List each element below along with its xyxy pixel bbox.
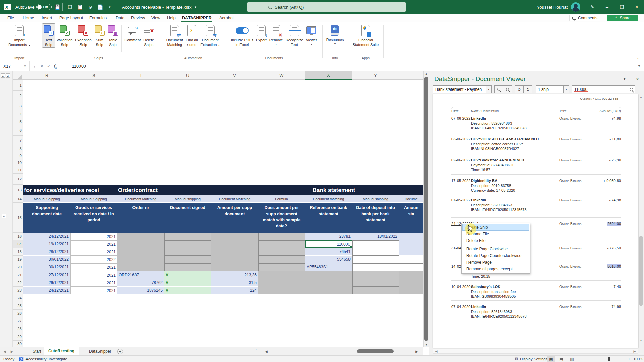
sheet-next-icon[interactable]: ▶ bbox=[11, 350, 13, 353]
table-snip-button[interactable]: ▦TableSnip bbox=[106, 23, 120, 48]
edit-doc-icon[interactable]: 📄 bbox=[96, 0, 105, 14]
cell-R17[interactable]: 19/12/2021 bbox=[23, 240, 70, 248]
column-header-T[interactable]: T bbox=[117, 71, 164, 80]
row-header-29[interactable]: 29 bbox=[13, 333, 23, 341]
ribbon-tab-formulas[interactable]: Formulas bbox=[89, 14, 107, 22]
column-title-8[interactable]: Amoun sta bbox=[399, 203, 423, 233]
cell-V22[interactable]: 31,5 bbox=[211, 279, 258, 287]
scroll-left-icon[interactable]: ◀ bbox=[265, 350, 268, 353]
row-header-14[interactable]: 14 bbox=[13, 195, 23, 203]
row-header-12[interactable]: 12 bbox=[13, 174, 23, 185]
sheet-tab-start[interactable]: Start bbox=[28, 347, 46, 355]
zoom-in-page-button[interactable] bbox=[503, 85, 512, 93]
row-header-10[interactable]: 10 bbox=[13, 159, 23, 166]
cell-Y20[interactable] bbox=[352, 263, 399, 271]
name-box[interactable]: X17 ▼ bbox=[0, 61, 30, 71]
cell-U23[interactable]: V bbox=[164, 287, 211, 294]
cell-S18[interactable]: 2021 bbox=[70, 248, 117, 256]
context-menu-item-rotate-page-clockwise[interactable]: Rotate Page Clockwise bbox=[462, 246, 529, 252]
ribbon-tab-review[interactable]: Review bbox=[131, 14, 145, 22]
column-header-W[interactable]: W bbox=[258, 71, 305, 80]
column-header-V[interactable]: V bbox=[211, 71, 258, 80]
cell-T23[interactable]: 1876245 bbox=[117, 287, 164, 294]
zoom-out-page-button[interactable] bbox=[494, 85, 503, 93]
cell-U18[interactable] bbox=[164, 248, 211, 256]
row-header-27[interactable]: 27 bbox=[13, 317, 23, 325]
copy-icon[interactable]: ❐ bbox=[66, 0, 74, 14]
context-menu-item-rotate-page-counterclockwise[interactable]: Rotate Page Counterclockwise bbox=[462, 252, 529, 259]
cell-R20[interactable]: 30/12/2021 bbox=[23, 263, 70, 271]
method-header-6[interactable]: Document matching bbox=[305, 195, 352, 203]
row-header-26[interactable]: 26 bbox=[13, 310, 23, 317]
document-dropdown[interactable]: Bank statement - Paymen ▼ bbox=[433, 85, 492, 93]
cell-V23[interactable]: 224 bbox=[211, 287, 258, 294]
column-header-Y[interactable]: Y bbox=[352, 71, 399, 80]
find-all-sums-button[interactable]: ΣFind allsums bbox=[184, 23, 199, 48]
cell-Y19[interactable] bbox=[352, 256, 399, 263]
normal-view-icon[interactable]: ▦ bbox=[547, 356, 555, 362]
cell-Z18[interactable] bbox=[399, 248, 423, 256]
laser-pointer-icon[interactable]: ✎ bbox=[585, 0, 600, 14]
enter-icon[interactable]: ✓ bbox=[47, 64, 51, 69]
cell-U17[interactable] bbox=[164, 240, 211, 248]
method-header-0[interactable]: Manual Snipping bbox=[23, 195, 70, 203]
export-button[interactable]: ↓Export bbox=[255, 23, 268, 43]
snip-dropdown[interactable]: 1 snip ▼ bbox=[536, 85, 569, 93]
column-title-7[interactable]: Date of deposit into bank per bank state… bbox=[352, 203, 399, 233]
include-pdfs-in-excel-button[interactable]: Include PDFsin Excel bbox=[230, 23, 255, 48]
cell-R21[interactable]: 27/12/2021 bbox=[23, 271, 70, 279]
cell-S17[interactable]: 2021 bbox=[70, 240, 117, 248]
document-extraction-button[interactable]: ⇆DocumentExtraction ▼ bbox=[199, 23, 221, 48]
document-title[interactable]: Accounts receivable - Template.xlsx▼ bbox=[122, 0, 197, 14]
row-header-24[interactable]: 24 bbox=[13, 294, 23, 302]
ribbon-tab-page-layout[interactable]: Page Layout bbox=[59, 14, 83, 22]
method-header-7[interactable]: Manual snipping bbox=[352, 195, 399, 203]
column-title-4[interactable]: Amount per supp document bbox=[211, 203, 258, 233]
exception-snip-button[interactable]: ✕ExceptionSnip bbox=[74, 23, 93, 48]
row-header-7[interactable]: 7 bbox=[13, 136, 23, 145]
row-header-3[interactable]: 3 bbox=[13, 101, 23, 111]
column-title-5[interactable]: Does amount per supp document match with… bbox=[258, 203, 305, 233]
row-header-18[interactable]: 18 bbox=[13, 248, 23, 256]
save-button[interactable]: 💾 bbox=[53, 0, 62, 14]
sheet-horizontal-scrollbar[interactable]: ◀ ▶ bbox=[265, 348, 418, 354]
zoom-out-button[interactable]: − bbox=[588, 356, 590, 362]
tabbar-splitter[interactable]: ⋮ bbox=[254, 349, 258, 353]
rotate-cw-button[interactable]: ↻ bbox=[523, 85, 532, 93]
ribbon-tab-datasnipper[interactable]: DATASNIPPER bbox=[182, 14, 212, 22]
cell-S23[interactable]: 2021 bbox=[70, 287, 117, 294]
row-header-20[interactable]: 20 bbox=[13, 263, 23, 271]
cell-W17[interactable] bbox=[258, 240, 305, 248]
cell-U20[interactable] bbox=[164, 263, 211, 271]
column-header-U[interactable]: U bbox=[164, 71, 211, 80]
display-settings[interactable]: 🖥 Display Settings bbox=[514, 356, 547, 362]
clipboard-icon[interactable]: 📋 bbox=[76, 0, 85, 14]
column-title-3[interactable]: Document signed bbox=[164, 203, 211, 233]
zoom-level[interactable]: 100% bbox=[633, 356, 643, 362]
page-break-view-icon[interactable]: ▥ bbox=[568, 356, 576, 362]
cell-X17[interactable]: 110000 bbox=[305, 240, 352, 248]
cell-Z20[interactable] bbox=[399, 263, 423, 271]
ribbon-tab-file[interactable]: File bbox=[7, 14, 14, 22]
method-header-4[interactable]: Document Matching bbox=[211, 195, 258, 203]
row-header-2[interactable]: 2 bbox=[13, 90, 23, 101]
zoom-in-button[interactable]: + bbox=[628, 356, 630, 362]
column-header-X[interactable]: X bbox=[305, 71, 352, 80]
financial-statement-suite-button[interactable]: FinancialStatement Suite bbox=[351, 23, 380, 48]
row-header-22[interactable]: 22 bbox=[13, 279, 23, 287]
cell-Y17[interactable] bbox=[352, 240, 399, 248]
method-header-2[interactable]: Document Matching bbox=[117, 195, 164, 203]
cell-U19[interactable] bbox=[164, 256, 211, 263]
column-header-partial[interactable] bbox=[399, 71, 423, 80]
cell-Z17[interactable] bbox=[399, 240, 423, 248]
gray-block[interactable] bbox=[258, 271, 305, 294]
panel-menu-caret[interactable]: ▼ bbox=[623, 77, 626, 82]
cell-Y23[interactable] bbox=[352, 287, 399, 294]
validation-snip-button[interactable]: ✓ValidationSnip bbox=[55, 23, 74, 48]
column-header-S[interactable]: S bbox=[70, 71, 117, 80]
comments-button[interactable]: Comments bbox=[569, 15, 600, 21]
sheet-tab-datasnipper[interactable]: DataSnipper bbox=[85, 347, 116, 355]
collapse-ribbon-icon[interactable]: ⌄ bbox=[637, 56, 639, 59]
cell-X16[interactable]: 23781 bbox=[305, 233, 352, 240]
accessibility-status[interactable]: ♿ Accessibility: Investigate bbox=[19, 356, 67, 362]
